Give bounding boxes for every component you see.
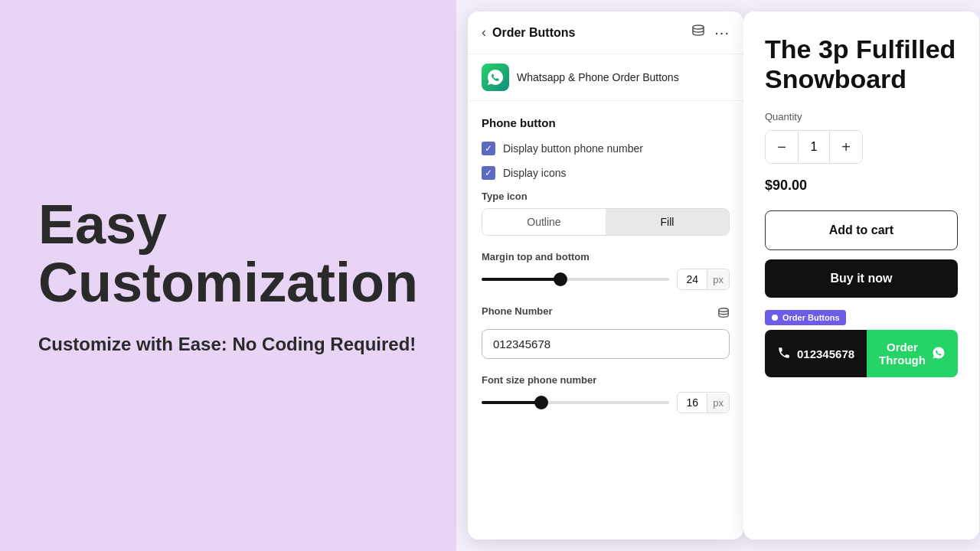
quantity-increase[interactable]: +: [830, 131, 862, 163]
font-size-unit: px: [707, 393, 729, 412]
more-icon[interactable]: ···: [714, 24, 730, 41]
fill-toggle[interactable]: Fill: [606, 209, 729, 235]
quantity-control: − 1 +: [765, 130, 863, 164]
quantity-decrease[interactable]: −: [766, 131, 798, 163]
phone-order-button[interactable]: 012345678: [765, 330, 867, 377]
app-name: Whatsapp & Phone Order Buttons: [517, 71, 679, 83]
svg-point-0: [693, 25, 704, 29]
font-size-slider-track[interactable]: [482, 401, 669, 404]
app-row: Whatsapp & Phone Order Buttons: [468, 54, 743, 101]
order-through-button[interactable]: Order Through: [867, 330, 958, 377]
phone-icon: [777, 346, 791, 362]
order-buttons-widget: Order Buttons 012345678 Order Through: [765, 310, 958, 377]
buy-it-now-button[interactable]: Buy it now: [765, 259, 958, 298]
phone-db-icon[interactable]: [717, 307, 730, 322]
svg-point-1: [719, 308, 728, 311]
panel-header-right: ···: [691, 24, 730, 41]
phone-button-section-title: Phone button: [482, 116, 730, 129]
font-size-label: Font size phone number: [482, 374, 730, 386]
phone-section-header: Phone Number: [482, 305, 730, 323]
margin-slider-track[interactable]: [482, 278, 669, 281]
app-icon: [482, 64, 509, 91]
whatsapp-icon: [932, 346, 946, 362]
order-through-label: Order Through: [879, 341, 926, 367]
product-price: $90.00: [765, 178, 958, 194]
svg-point-2: [772, 315, 778, 321]
database-icon[interactable]: [691, 24, 705, 41]
product-preview: The 3p Fulfilled Snowboard Quantity − 1 …: [743, 11, 979, 540]
checkbox-display-phone[interactable]: ✓: [482, 142, 495, 155]
order-buttons-row: 012345678 Order Through: [765, 330, 958, 377]
font-size-slider-row: Font size phone number 16 px: [482, 374, 730, 413]
quantity-label: Quantity: [765, 111, 958, 122]
margin-label: Margin top and bottom: [482, 251, 730, 262]
right-section: ‹ Order Buttons ···: [456, 0, 980, 551]
phone-number-display: 012345678: [797, 347, 854, 360]
checkbox-display-phone-row[interactable]: ✓ Display button phone number: [482, 142, 730, 155]
margin-slider-row: Margin top and bottom 24 px: [482, 251, 730, 290]
left-background: Easy Customization Customize with Ease: …: [0, 0, 456, 551]
margin-unit: px: [707, 270, 729, 289]
settings-panel: ‹ Order Buttons ···: [468, 11, 743, 540]
quantity-value: 1: [798, 131, 830, 163]
panel-body: Phone button ✓ Display button phone numb…: [468, 101, 743, 540]
type-icon-toggle-group: Outline Fill: [482, 208, 730, 236]
add-to-cart-button[interactable]: Add to cart: [765, 210, 958, 250]
panel-header-left: ‹ Order Buttons: [482, 24, 575, 41]
font-size-slider-container: 16 px: [482, 392, 730, 413]
widget-label: Order Buttons: [765, 310, 846, 325]
checkbox-display-phone-label: Display button phone number: [503, 142, 643, 155]
margin-slider-container: 24 px: [482, 269, 730, 290]
checkbox-display-icons[interactable]: ✓: [482, 166, 495, 180]
font-size-value-box: 16 px: [677, 392, 730, 413]
product-title: The 3p Fulfilled Snowboard: [765, 34, 958, 94]
type-icon-label: Type icon: [482, 191, 730, 202]
checkbox-display-icons-label: Display icons: [503, 167, 566, 179]
phone-number-input[interactable]: [482, 329, 730, 359]
phone-number-label: Phone Number: [482, 305, 552, 317]
back-icon[interactable]: ‹: [482, 24, 486, 41]
sub-headline: Customize with Ease: No Coding Required!: [38, 334, 418, 355]
margin-value-box: 24 px: [677, 269, 730, 290]
main-headline: Easy Customization: [38, 196, 418, 311]
outline-toggle[interactable]: Outline: [482, 209, 606, 235]
panel-header: ‹ Order Buttons ···: [468, 11, 743, 54]
font-size-value: 16: [678, 393, 707, 412]
checkbox-display-icons-row[interactable]: ✓ Display icons: [482, 166, 730, 180]
margin-value: 24: [678, 269, 707, 289]
panel-title: Order Buttons: [492, 26, 575, 40]
